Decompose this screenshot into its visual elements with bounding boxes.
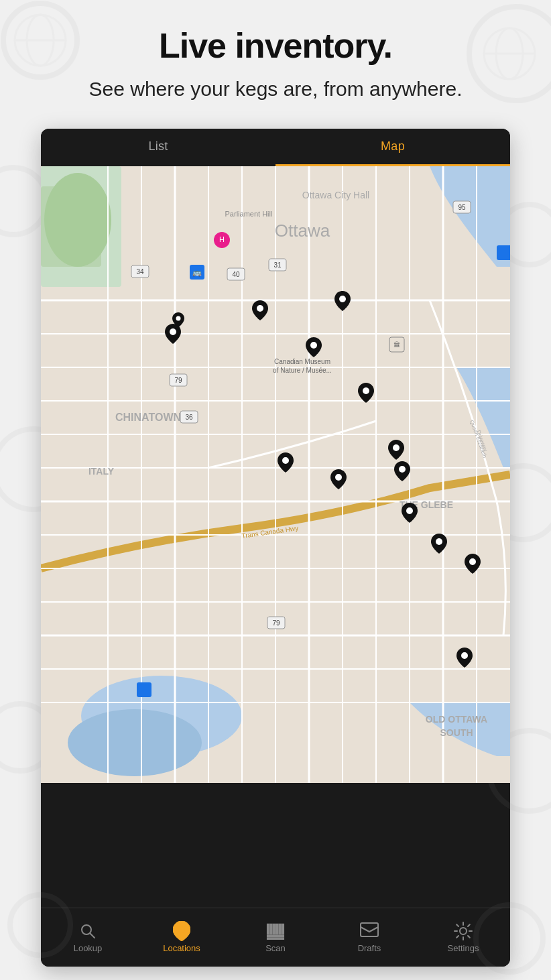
scan-icon xyxy=(266,922,285,940)
svg-point-90 xyxy=(335,474,342,481)
nav-item-drafts[interactable]: Drafts xyxy=(322,922,416,953)
svg-point-95 xyxy=(461,652,468,659)
svg-rect-104 xyxy=(282,924,284,934)
svg-point-93 xyxy=(436,538,442,545)
svg-text:OLD OTTAWA: OLD OTTAWA xyxy=(426,714,487,725)
nav-label-settings: Settings xyxy=(448,943,479,953)
svg-text:79: 79 xyxy=(174,377,182,384)
svg-text:🏛: 🏛 xyxy=(393,341,400,349)
tab-list[interactable]: List xyxy=(41,129,276,166)
nav-item-settings[interactable]: Settings xyxy=(416,922,510,953)
svg-point-19 xyxy=(44,173,111,267)
nav-label-locations: Locations xyxy=(163,943,200,953)
nav-item-scan[interactable]: Scan xyxy=(229,922,322,953)
svg-text:40: 40 xyxy=(232,271,240,278)
tab-bar: List Map xyxy=(41,129,510,166)
svg-point-87 xyxy=(363,387,369,394)
svg-point-84 xyxy=(257,305,263,312)
svg-point-88 xyxy=(393,444,400,451)
svg-text:Ottawa: Ottawa xyxy=(275,221,330,241)
svg-rect-100 xyxy=(271,924,272,934)
location-icon xyxy=(172,922,191,940)
nav-label-lookup: Lookup xyxy=(74,943,103,953)
svg-rect-105 xyxy=(267,936,284,937)
nav-label-drafts: Drafts xyxy=(358,943,381,953)
svg-text:Canadian Museum: Canadian Museum xyxy=(274,358,330,365)
nav-label-scan: Scan xyxy=(265,943,286,953)
tab-map[interactable]: Map xyxy=(276,129,510,166)
svg-rect-107 xyxy=(361,923,378,936)
svg-rect-103 xyxy=(280,924,282,934)
svg-text:CHINATOWN: CHINATOWN xyxy=(115,412,181,423)
svg-text:Ottawa City Hall: Ottawa City Hall xyxy=(302,190,369,200)
svg-point-86 xyxy=(310,342,317,349)
app-screen: Live inventory. See where your kegs are,… xyxy=(0,0,551,980)
search-icon xyxy=(78,922,97,940)
svg-point-83 xyxy=(176,316,181,321)
svg-point-98 xyxy=(178,926,185,933)
svg-text:34: 34 xyxy=(136,268,144,275)
main-title: Live inventory. xyxy=(13,27,538,65)
svg-text:SOUTH: SOUTH xyxy=(440,727,473,738)
svg-point-82 xyxy=(170,328,176,335)
app-container: List Map xyxy=(41,129,510,967)
svg-text:31: 31 xyxy=(273,261,282,269)
svg-text:95: 95 xyxy=(458,204,466,211)
svg-text:36: 36 xyxy=(185,414,193,421)
bottom-nav: Lookup Locations xyxy=(41,908,510,967)
svg-text:ITALY: ITALY xyxy=(88,466,115,477)
nav-item-locations[interactable]: Locations xyxy=(135,922,229,953)
tab-map-label: Map xyxy=(381,139,405,154)
drafts-icon xyxy=(360,922,379,940)
svg-rect-106 xyxy=(267,938,284,939)
svg-rect-76 xyxy=(497,245,510,260)
sub-title: See where your kegs are, from anywhere. xyxy=(13,76,538,102)
svg-point-108 xyxy=(460,928,467,934)
svg-point-2 xyxy=(0,168,47,235)
nav-item-lookup[interactable]: Lookup xyxy=(41,922,135,953)
svg-rect-101 xyxy=(273,924,276,934)
svg-point-89 xyxy=(282,457,289,464)
svg-line-97 xyxy=(90,934,95,938)
map-svg: Parliament Hill Ottawa City Hall Ottawa … xyxy=(41,166,510,783)
svg-text:of Nature / Musée...: of Nature / Musée... xyxy=(273,367,332,374)
map-area[interactable]: Parliament Hill Ottawa City Hall Ottawa … xyxy=(41,166,510,908)
svg-rect-77 xyxy=(137,682,151,697)
svg-text:H: H xyxy=(219,235,225,243)
svg-point-21 xyxy=(68,709,202,776)
svg-point-92 xyxy=(406,507,413,514)
svg-point-94 xyxy=(469,558,476,565)
tab-list-label: List xyxy=(148,139,168,154)
header-section: Live inventory. See where your kegs are,… xyxy=(0,0,551,115)
settings-icon xyxy=(454,922,473,940)
svg-rect-102 xyxy=(277,924,278,934)
svg-text:Parliament Hill: Parliament Hill xyxy=(225,210,273,218)
svg-rect-99 xyxy=(267,924,269,934)
svg-point-85 xyxy=(339,296,346,302)
svg-text:🚌: 🚌 xyxy=(192,267,202,277)
svg-text:79: 79 xyxy=(272,619,280,627)
svg-point-91 xyxy=(399,466,406,473)
